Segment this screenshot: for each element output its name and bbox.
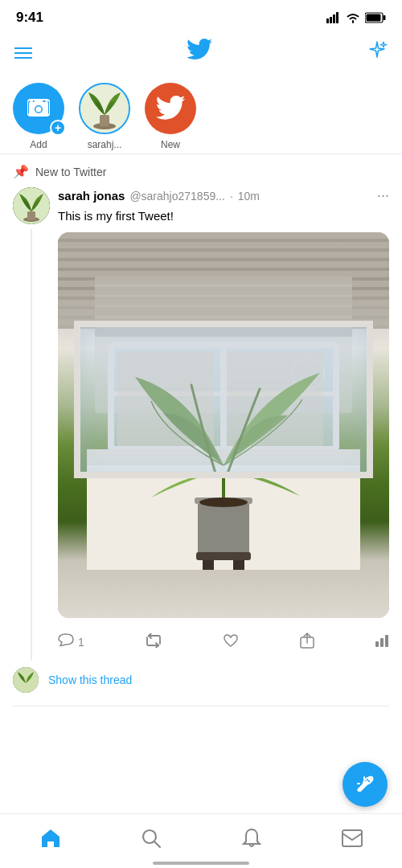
retweet-icon: [145, 633, 162, 650]
svg-rect-37: [196, 552, 251, 560]
add-story-avatar: +: [13, 83, 64, 134]
stories-row: + Add sarahj... Ne: [0, 75, 402, 154]
svg-rect-28: [117, 351, 214, 446]
home-indicator: [153, 862, 249, 865]
show-thread-text[interactable]: Show this thread: [48, 674, 132, 686]
tweet-more-button[interactable]: ···: [377, 187, 389, 204]
svg-rect-14: [100, 115, 109, 126]
svg-rect-41: [385, 635, 388, 647]
circle-overlay: [291, 357, 325, 391]
svg-rect-20: [95, 287, 352, 295]
tweet-item: sarah jonas @sarahjo271859... · 10m ··· …: [13, 187, 389, 661]
tweet-header: sarah jonas @sarahjo271859... · 10m ···: [58, 187, 389, 204]
chart-icon: [375, 633, 389, 650]
tweet-time-value: 10m: [238, 190, 260, 203]
feather-plus-icon: [355, 774, 375, 795]
svg-rect-21: [95, 297, 352, 305]
show-thread-row: Show this thread: [13, 661, 389, 706]
reply-button[interactable]: 1: [58, 633, 84, 651]
tweet-actions: 1: [58, 628, 389, 661]
tweet-user-avatar[interactable]: [13, 187, 50, 224]
svg-rect-29: [227, 351, 323, 446]
tweet-thread-line: [31, 229, 32, 661]
svg-rect-40: [380, 638, 384, 647]
svg-rect-22: [95, 308, 352, 316]
reply-icon: [58, 633, 74, 651]
add-plus-icon: +: [50, 120, 66, 136]
compose-button[interactable]: [343, 762, 388, 807]
svg-rect-19: [95, 276, 352, 285]
story-sarahj[interactable]: sarahj...: [79, 83, 130, 150]
story-new[interactable]: New: [145, 83, 196, 150]
svg-point-42: [13, 667, 39, 693]
svg-rect-6: [367, 14, 381, 22]
status-time: 9:41: [16, 10, 43, 26]
heart-icon: [223, 633, 239, 650]
svg-rect-5: [384, 15, 386, 20]
nav-notifications[interactable]: [241, 828, 262, 849]
bell-icon: [241, 828, 262, 849]
signal-icon: [326, 12, 341, 23]
retweet-button[interactable]: [145, 633, 162, 650]
svg-rect-23: [95, 318, 352, 326]
app-header: [0, 31, 402, 75]
bottom-navigation: [0, 813, 402, 868]
battery-icon: [365, 12, 386, 23]
svg-point-11: [36, 107, 42, 113]
search-icon: [141, 828, 162, 849]
svg-rect-39: [375, 641, 379, 647]
analytics-button[interactable]: [375, 633, 389, 650]
new-story-label: New: [161, 139, 180, 150]
tweet-avatar-col: [13, 187, 50, 661]
tweet-user-name[interactable]: sarah jonas: [58, 189, 125, 203]
svg-rect-18: [95, 276, 352, 413]
tweet-time: ·: [230, 190, 233, 203]
new-to-twitter-banner: 📌 New to Twitter: [13, 164, 389, 179]
svg-rect-26: [111, 391, 336, 396]
nav-search[interactable]: [141, 828, 162, 849]
tweet-feed: 📌 New to Twitter sarah jonas @: [0, 154, 402, 706]
pin-icon: 📌: [13, 164, 29, 179]
menu-button[interactable]: [14, 47, 32, 59]
tweet-text: This is my first Tweet!: [58, 207, 389, 224]
svg-rect-44: [343, 830, 362, 846]
tweet-content: sarah jonas @sarahjo271859... · 10m ··· …: [58, 187, 389, 661]
status-bar: 9:41: [0, 0, 402, 31]
tweet-image[interactable]: [58, 232, 389, 618]
sarahj-story-label: sarahj...: [88, 139, 122, 150]
sarahj-story-avatar: [79, 83, 130, 134]
wifi-icon: [346, 12, 360, 23]
twitter-logo: [187, 39, 212, 67]
plant-photo: [58, 232, 389, 618]
nav-messages[interactable]: [342, 829, 363, 848]
home-icon: [40, 828, 61, 849]
svg-rect-2: [333, 14, 335, 23]
reply-count: 1: [78, 636, 84, 649]
svg-rect-3: [336, 12, 338, 23]
nav-home[interactable]: [40, 828, 61, 849]
svg-rect-30: [87, 449, 360, 465]
plant-illustration: [87, 272, 360, 570]
svg-rect-24: [95, 329, 352, 337]
new-story-avatar: [145, 83, 196, 134]
tweet-handle: @sarahjo271859...: [129, 190, 225, 203]
svg-rect-17: [27, 211, 35, 220]
svg-rect-1: [330, 17, 332, 23]
new-to-twitter-text: New to Twitter: [35, 166, 106, 178]
sparkle-button[interactable]: [367, 40, 388, 66]
story-add[interactable]: + Add: [13, 83, 64, 150]
share-icon: [300, 633, 314, 651]
mail-icon: [342, 829, 363, 848]
add-story-label: Add: [30, 139, 47, 150]
svg-point-34: [199, 497, 248, 507]
share-button[interactable]: [300, 633, 314, 651]
svg-rect-25: [111, 345, 336, 449]
like-button[interactable]: [223, 633, 239, 650]
svg-rect-0: [326, 18, 329, 23]
svg-rect-27: [220, 345, 227, 449]
status-icons: [326, 12, 386, 23]
thread-avatar-small: [13, 667, 39, 693]
svg-rect-32: [198, 499, 249, 557]
